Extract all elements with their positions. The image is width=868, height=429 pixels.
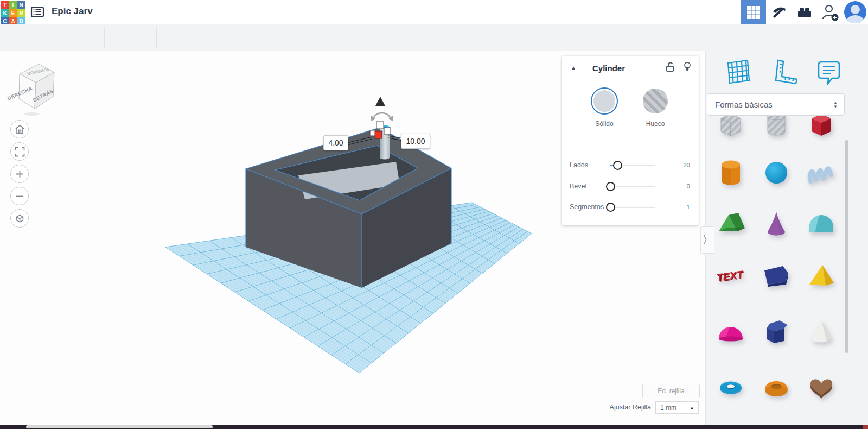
shape-brown-heart[interactable] [804, 370, 839, 405]
snap-grid-label: Ajustar Rejilla [573, 403, 651, 411]
horizontal-scrollbar[interactable] [0, 425, 868, 429]
slider-value: 1 [687, 204, 690, 210]
inspector-header: ▲ Cylinder [562, 56, 699, 80]
home-view-button[interactable] [10, 120, 29, 138]
sidebar-collapse-handle[interactable]: 〉 [700, 226, 714, 254]
logo-tile: C [1, 17, 9, 25]
shape-blue-polygon[interactable] [759, 258, 794, 293]
zoom-in-button[interactable] [10, 165, 29, 183]
shape-gallery: TEXTTEXT [705, 116, 868, 425]
design-title[interactable]: Epic Jarv [52, 6, 93, 17]
snap-grid-value: 1 mm [656, 404, 676, 412]
svg-text:TEXT: TEXT [716, 268, 744, 283]
shape-pink-half-sphere[interactable] [713, 315, 748, 350]
select-arrow-icon: ▲ [690, 405, 698, 411]
rotate-handle[interactable] [371, 113, 393, 122]
logo-tile: D [17, 17, 25, 25]
toolbar-separator [156, 27, 157, 48]
ruler-tool-icon[interactable] [773, 58, 800, 87]
brick-icon[interactable] [792, 0, 817, 24]
toolbar-separator [104, 27, 105, 48]
top-bar: TINKERCAD Epic Jarv [0, 0, 868, 24]
shape-red-box[interactable] [804, 116, 839, 141]
hollow-option[interactable] [643, 89, 668, 113]
logo-tile: N [17, 1, 25, 9]
header-tiles [741, 0, 868, 24]
shape-teal-round-roof[interactable] [804, 206, 839, 241]
shape-green-roof[interactable] [713, 206, 748, 241]
solid-option[interactable] [591, 87, 618, 115]
logo-tile: A [9, 17, 17, 25]
shape-hollow-box[interactable] [713, 116, 748, 141]
logo-tile: E [9, 9, 17, 17]
dashboard-grid-icon[interactable] [741, 0, 766, 24]
slider-knob[interactable] [606, 182, 615, 191]
sidebar-scrollbar[interactable] [845, 140, 848, 353]
dimension-input-right[interactable]: 10.00 [401, 134, 430, 149]
snap-grid-select[interactable]: 1 mm ▲ [655, 401, 699, 414]
view-cube[interactable]: DERECHA DETRÁS SUPERIOR [7, 64, 54, 116]
shape-category-value: Formas básicas [707, 100, 773, 109]
logo-tile: K [1, 9, 9, 17]
slider-label: Bevel [570, 182, 586, 190]
slider-row-bevel: Bevel 0 [562, 181, 699, 192]
slider-row-sides: Lados 20 [562, 160, 699, 171]
slider-track[interactable] [610, 207, 655, 208]
inspector-divider [572, 144, 689, 144]
dimension-input-left[interactable]: 4.00 [323, 135, 348, 150]
workplane-tool-icon[interactable] [724, 56, 752, 87]
shape-blue-hex-prism[interactable] [759, 315, 794, 350]
tinkercad-logo[interactable]: TINKERCAD [1, 1, 25, 25]
logo-tile: I [9, 1, 17, 9]
shape-blue-sphere[interactable] [759, 155, 794, 190]
collapse-panel-button[interactable]: ▲ [562, 56, 585, 80]
scrollbar-thumb[interactable] [26, 425, 213, 428]
shape-hollow-cylinder[interactable] [759, 116, 794, 141]
shape-type-title: Cylinder [592, 64, 625, 73]
minecraft-pickaxe-icon[interactable] [766, 0, 792, 24]
edit-toolbar: Importar Exportar Enviar a [0, 24, 868, 51]
shape-category-select[interactable]: Formas básicas ▲▼ [707, 93, 845, 116]
shape-white-paraboloid[interactable] [804, 315, 839, 350]
shape-yellow-pyramid[interactable] [804, 258, 839, 293]
edit-grid-button[interactable]: Ed. rejilla [642, 384, 700, 398]
fit-view-button[interactable] [10, 142, 29, 161]
slider-knob[interactable] [613, 161, 622, 170]
shape-orange-torus[interactable] [759, 370, 794, 405]
invite-person-icon[interactable] [817, 0, 843, 24]
shape-red-text[interactable]: TEXTTEXT [713, 258, 748, 293]
avatar[interactable] [843, 0, 868, 24]
toolbar-separator [647, 27, 647, 48]
scrollbar-end-marker [863, 425, 868, 429]
logo-tile: T [1, 1, 9, 9]
slider-value: 0 [687, 183, 690, 190]
shape-scribble[interactable] [804, 155, 839, 190]
perspective-toggle-button[interactable] [10, 209, 29, 228]
toolbar-separator [596, 27, 596, 48]
shape-blue-torus[interactable] [713, 370, 748, 405]
hollow-option-label: Hueco [631, 120, 680, 128]
slider-knob[interactable] [606, 203, 615, 212]
solid-option-label: Sólido [580, 120, 629, 128]
slider-track[interactable] [610, 186, 655, 187]
move-up-handle[interactable] [375, 97, 386, 106]
design-menu-icon[interactable] [30, 5, 44, 21]
hide-light-bulb-icon[interactable] [683, 61, 692, 74]
select-arrows-icon: ▲▼ [833, 101, 844, 109]
zoom-out-button[interactable] [10, 187, 29, 205]
shape-orange-cylinder[interactable] [713, 155, 748, 190]
unlock-icon[interactable] [665, 61, 675, 74]
slider-row-segments: Segmentos 1 [562, 202, 699, 213]
slider-label: Lados [570, 161, 588, 169]
logo-tile: R [17, 9, 25, 17]
slider-value: 20 [683, 162, 690, 168]
slider-label: Segmentos [570, 203, 604, 211]
shape-purple-cone[interactable] [759, 206, 794, 241]
inspector-panel: ▲ Cylinder Sólido Hueco Lados 20 Bevel 0… [562, 56, 699, 225]
notes-tool-icon[interactable] [816, 58, 842, 88]
